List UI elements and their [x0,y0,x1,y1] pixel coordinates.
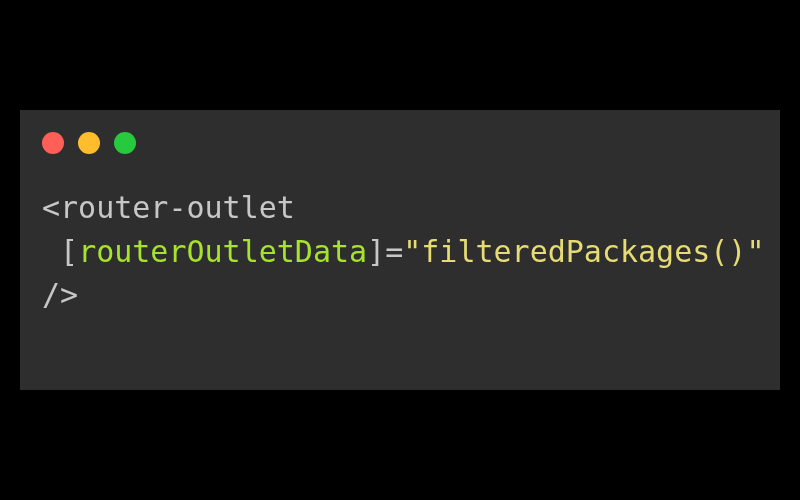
quote-open: " [403,234,421,269]
self-close-tag: /> [42,277,78,312]
minimize-icon[interactable] [78,132,100,154]
attr-bracket-open: [ [60,234,78,269]
tag-name: router-outlet [60,190,295,225]
attr-value: filteredPackages() [421,234,746,269]
quote-close: " [746,234,764,269]
window-traffic-lights [42,132,758,154]
code-window: <router-outlet [routerOutletData]="filte… [20,110,780,390]
attr-name: routerOutletData [78,234,367,269]
close-icon[interactable] [42,132,64,154]
equals-sign: = [385,234,403,269]
maximize-icon[interactable] [114,132,136,154]
angle-bracket-open: < [42,190,60,225]
attr-bracket-close: ] [367,234,385,269]
code-block: <router-outlet [routerOutletData]="filte… [42,186,758,317]
